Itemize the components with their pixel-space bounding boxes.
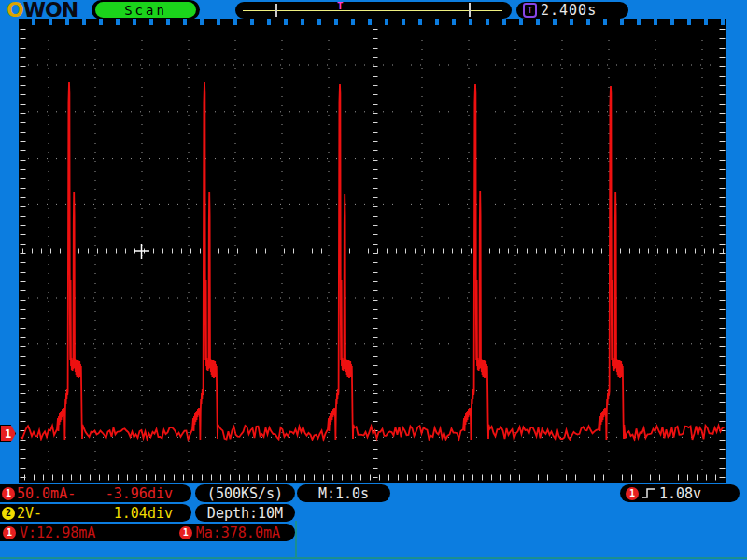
measure1-badge: 1 xyxy=(3,526,16,539)
view-window-tick[interactable] xyxy=(469,3,471,17)
channel1-offset: -3.96div xyxy=(106,485,173,502)
channel1-badge: 1 xyxy=(2,487,15,500)
screen-bottom-border xyxy=(0,557,747,559)
record-depth-value: Depth:10M xyxy=(207,505,283,522)
record-depth-readout: Depth:10M xyxy=(195,504,295,522)
trigger-source-badge: 1 xyxy=(626,487,639,500)
trigger-t-icon: T xyxy=(523,3,537,18)
record-length-line xyxy=(243,10,502,11)
trigger-level-value: 1.08v xyxy=(659,485,701,502)
channel1-position-marker[interactable]: 1 xyxy=(0,425,16,442)
waveform-display-area xyxy=(19,25,726,483)
sample-rate-value: (500KS/s) xyxy=(207,485,283,502)
channel1-scale: 50.0mA- xyxy=(17,485,76,502)
graticule-grid xyxy=(19,25,726,483)
measure-panel-divider xyxy=(295,521,297,558)
channel2-offset: 1.04div xyxy=(114,505,173,522)
measurements-pill: 1 V:12.98mA 1 Ma:378.0mA xyxy=(0,524,295,541)
measure2-badge: 1 xyxy=(179,526,192,539)
record-position-bar[interactable]: T xyxy=(235,2,512,19)
channel2-scale: 2V- xyxy=(17,505,42,522)
sample-rate-readout: (500KS/s) xyxy=(195,484,295,502)
trigger-level-pill[interactable]: 1 1.08v xyxy=(620,484,740,502)
trigger-time-readout: T 2.400s xyxy=(516,2,628,19)
channel2-settings-pill[interactable]: 2 2V- 1.04div xyxy=(0,504,191,522)
measure-voltage: V:12.98mA xyxy=(20,525,95,541)
trigger-time-value: 2.400s xyxy=(541,2,597,19)
acquisition-mode-button[interactable]: Scan xyxy=(92,0,200,20)
channel2-badge: 2 xyxy=(2,507,15,520)
measure-max: Ma:378.0mA xyxy=(196,525,280,541)
view-window-bracket[interactable] xyxy=(275,4,277,17)
channel1-settings-pill[interactable]: 1 50.0mA- -3.96div xyxy=(0,484,191,502)
timebase-pill[interactable]: M:1.0s xyxy=(297,484,390,502)
acquisition-mode-label: Scan xyxy=(95,2,196,18)
waveform-trace xyxy=(21,82,725,440)
rising-edge-icon xyxy=(641,486,656,500)
trigger-position-marker[interactable]: T xyxy=(337,0,344,12)
timebase-value: M:1.0s xyxy=(318,485,369,502)
graticule-top-ticks xyxy=(19,19,726,25)
